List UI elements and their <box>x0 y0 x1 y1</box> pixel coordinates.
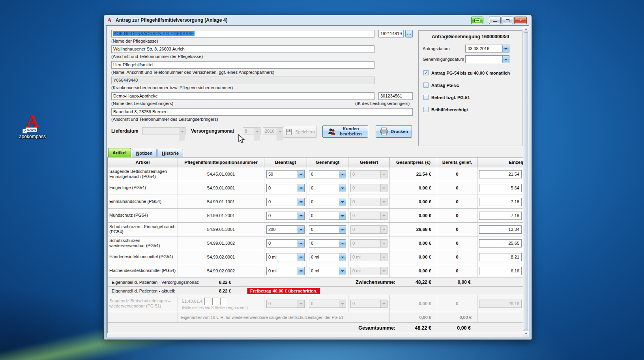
beantragt-dropdown[interactable]: 0 ml <box>266 253 305 261</box>
shortcut-arrow-icon: ↗ <box>22 129 27 133</box>
genehmigt-dropdown[interactable]: 0 ml <box>309 253 346 261</box>
leistungserbringer-field[interactable]: Demo-Haupt-Apotheke <box>111 92 374 100</box>
versicherter-field[interactable]: Herr Pflegehilfsmittel, <box>111 61 374 69</box>
minimize-button[interactable] <box>489 17 501 24</box>
tab-notizen[interactable]: Notizen <box>132 149 157 158</box>
vertical-scrollbar[interactable]: ▲ ▼ <box>523 26 529 337</box>
pflegekasse-anschrift-field[interactable]: Wallinghausener Str. 8, 26603 Aurich <box>111 45 374 53</box>
checkbox-icon[interactable] <box>423 95 429 100</box>
scroll-down-icon[interactable]: ▼ <box>523 330 529 337</box>
monat-spinner: 8 <box>243 127 260 135</box>
beantragt-dropdown[interactable]: 0 <box>266 184 305 192</box>
beantragt-dropdown[interactable]: 200 <box>266 225 305 234</box>
beantragt-dropdown[interactable]: 0 ml <box>266 267 305 275</box>
selected-text: AOK NIEDERSACHSEN PFLEGEKASSE <box>113 31 195 36</box>
customers-icon <box>328 128 336 135</box>
einzelpreis-input[interactable]: 25,65 <box>479 239 522 248</box>
genehmigt-dropdown[interactable]: 0 <box>309 198 346 206</box>
antragsdatum-dropdown[interactable]: 03.08.2016 <box>465 45 509 52</box>
chevron-down-icon[interactable] <box>339 171 346 178</box>
pg51-hint: (Bitte die letzten 3 Stellen ergänzen !) <box>182 306 248 310</box>
einzelpreis-input[interactable]: 21,54 <box>479 170 522 178</box>
article-row: Händedesinfektionsmittel (PG54)54.99.02.… <box>108 250 524 264</box>
checkbox-antrag-pg-54-bis-zu-40-00-monatlich[interactable]: Antrag PG-54 bis zu 40,00 € monatlich <box>423 70 510 75</box>
checkbox-icon[interactable] <box>423 70 429 75</box>
beantragt-dropdown[interactable]: 0 <box>266 198 305 206</box>
checkbox-antrag-pg-51[interactable]: Antrag PG-51 <box>423 82 459 88</box>
chevron-down-icon[interactable] <box>339 240 346 247</box>
genehmigt-dropdown[interactable]: 0 <box>309 170 346 178</box>
genehmigungsdatum-dropdown[interactable] <box>465 55 509 63</box>
pflegekasse-lookup-button[interactable]: … <box>405 30 413 38</box>
gesamtpreis-value: 21,54 € <box>390 167 437 181</box>
position-number: 54.99.02.0001 <box>178 250 264 264</box>
scrollbar-thumb[interactable] <box>524 32 528 330</box>
einzelpreis-input[interactable]: 6,16 <box>479 267 522 275</box>
position-number: 54.99.01.3002 <box>178 236 264 250</box>
pflegekasse-ik-field[interactable]: 182114819 <box>378 30 404 38</box>
maximize-button[interactable] <box>502 17 513 24</box>
tab-historie[interactable]: Historie <box>157 149 183 158</box>
drucken-button[interactable]: Drucken <box>376 125 412 138</box>
gesamtpreis-value: 0,00 € <box>390 236 437 250</box>
pflegekasse-name-field[interactable]: AOK NIEDERSACHSEN PFLEGEKASSE <box>111 30 374 38</box>
checkbox-befreit-bzgl-pg-51[interactable]: Befreit bzgl. PG-51 <box>423 95 470 100</box>
beantragt-dropdown[interactable]: 50 <box>266 170 305 178</box>
special-green-button[interactable] <box>471 17 483 24</box>
freibetrag-warning-badge: Freibetrag 40,00 € überschritten. <box>247 288 320 294</box>
chevron-down-icon[interactable] <box>502 56 509 63</box>
desktop-icon-apokompass[interactable]: A IZAVN ↗ apokompass <box>17 112 48 139</box>
einzelpreis-input[interactable]: 5,64 <box>479 184 522 192</box>
position-number: 54.99.01.1001 <box>178 195 264 208</box>
column-header-geliefert: Geliefert <box>348 158 390 167</box>
einzelpreis-input[interactable]: 7,18 <box>479 198 522 206</box>
chevron-down-icon[interactable] <box>339 198 346 206</box>
versorgungsmonat-label: Versorgungsmonat <box>191 128 234 134</box>
genehmigt-dropdown[interactable]: 0 <box>309 225 346 234</box>
geliefert-spinner: 0 <box>350 198 388 206</box>
beantragt-dropdown[interactable]: 0 <box>266 239 305 248</box>
spinner-icon <box>380 171 387 178</box>
versichertennummer-field: Y066449440 <box>111 77 374 84</box>
close-button[interactable]: ✕ <box>514 17 527 24</box>
checkbox-icon[interactable] <box>423 107 429 112</box>
genehmigt-dropdown[interactable]: 0 <box>309 184 346 192</box>
einzelpreis-input[interactable]: 13,34 <box>479 225 522 234</box>
column-header-beantragt: Beantragt <box>264 158 307 167</box>
chevron-down-icon[interactable] <box>339 212 346 219</box>
gesamtpreis-value: 0,00 € <box>390 264 437 278</box>
kunden-bearbeiten-button[interactable]: Kunden bearbeiten <box>322 125 368 138</box>
chevron-down-icon[interactable] <box>298 171 304 178</box>
chevron-down-icon[interactable] <box>298 253 304 261</box>
genehmigt-dropdown[interactable]: 0 <box>309 239 346 248</box>
article-row: Schutzschürzen - wiederverwendbar (PG54)… <box>108 236 524 250</box>
beantragt-dropdown[interactable]: 0 <box>266 212 305 220</box>
chevron-down-icon[interactable] <box>298 267 304 275</box>
chevron-down-icon[interactable] <box>298 226 304 233</box>
pg51-bereits-value: 0 <box>437 295 477 312</box>
column-header-genehmigt: Genehmigt <box>307 158 348 167</box>
titlebar[interactable]: A Antrag zur Pflegehilfsmittelversorgung… <box>104 15 532 25</box>
tab-artikel[interactable]: Artikel <box>108 148 131 158</box>
chevron-down-icon[interactable] <box>339 267 346 275</box>
geliefert-spinner: 0 <box>350 225 388 234</box>
genehmigt-dropdown[interactable]: 0 ml <box>309 267 346 275</box>
einzelpreis-input[interactable]: 7,18 <box>479 212 522 220</box>
bereits-geliefert-value: 0 <box>437 167 477 181</box>
checkbox-beihilfeberechtigt[interactable]: Beihilfeberechtigt <box>423 107 468 112</box>
chevron-down-icon[interactable] <box>298 184 304 192</box>
chevron-down-icon[interactable] <box>339 253 346 261</box>
leistungserbringer-ik-field[interactable]: 301234561 <box>378 92 413 100</box>
chevron-down-icon[interactable] <box>339 226 346 233</box>
einzelpreis-input[interactable]: 8,21 <box>479 253 522 261</box>
scroll-up-icon[interactable]: ▲ <box>523 26 529 32</box>
chevron-down-icon[interactable] <box>298 240 304 247</box>
tab-strip: ArtikelNotizenHistorie <box>108 148 183 158</box>
checkbox-icon[interactable] <box>423 82 429 88</box>
chevron-down-icon[interactable] <box>298 212 304 219</box>
chevron-down-icon[interactable] <box>339 184 346 192</box>
chevron-down-icon[interactable] <box>502 45 509 52</box>
leistungserbringer-anschrift-field[interactable]: Bauerland 3, 28259 Bremen <box>111 108 413 116</box>
genehmigt-dropdown[interactable]: 0 <box>309 212 346 220</box>
chevron-down-icon[interactable] <box>298 198 304 206</box>
